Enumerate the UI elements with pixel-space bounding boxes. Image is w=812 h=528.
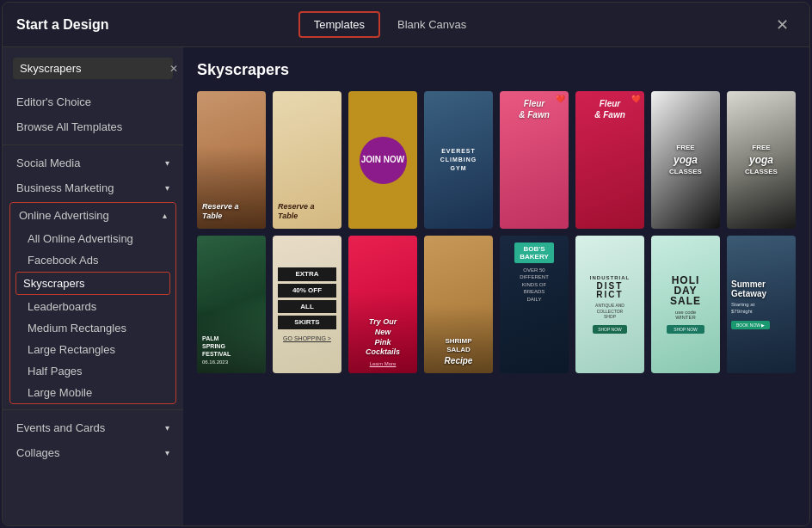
search-box: ✕ 🔍 [13, 58, 173, 79]
card-7-text: FREEyogaCLASSES [669, 143, 702, 176]
template-card-4[interactable]: EVERESTCLIMBINGGYM [424, 91, 493, 229]
card-16-title: SummerGetaway [731, 279, 766, 298]
template-card-11[interactable]: Try OurNewPinkCocktails Learn More [348, 236, 417, 373]
card-14-shop-button[interactable]: SHOP NOW [593, 325, 627, 334]
sidebar: ✕ 🔍 Editor's Choice Browse All Templates… [3, 47, 183, 525]
sidebar-category-events-and-cards[interactable]: Events and Cards ▾ [3, 415, 183, 440]
template-card-8[interactable]: FREEyogaCLASSES [727, 91, 796, 229]
template-card-3[interactable]: JOIN NOW [348, 91, 417, 229]
template-card-5[interactable]: Fleur& Fawn ❤️ [500, 91, 569, 229]
chevron-down-icon: ▾ [165, 448, 169, 457]
card-9-text: PALMSPRINGFESTIVAL06.16.2023 [202, 335, 231, 366]
sidebar-category-collages[interactable]: Collages ▾ [3, 440, 183, 465]
card-4-text: EVERESTCLIMBINGGYM [440, 147, 477, 172]
card-3-text: JOIN NOW [360, 137, 407, 184]
modal-title: Start a Design [16, 17, 292, 33]
search-input[interactable] [20, 62, 164, 75]
template-card-9[interactable]: PALMSPRINGFESTIVAL06.16.2023 [197, 236, 266, 373]
card-14-text-main: DISTRICT [596, 282, 623, 299]
sidebar-sub-all-online-advertising[interactable]: All Online Advertising [10, 228, 175, 249]
template-card-13[interactable]: BOB'SBAKERY OVER 50DIFFERENTKINDS OFBREA… [500, 236, 569, 373]
modal-body: ✕ 🔍 Editor's Choice Browse All Templates… [3, 47, 809, 525]
template-card-15[interactable]: HOLIDAYSALE use codeWINTER SHOP NOW [651, 236, 720, 373]
tab-templates[interactable]: Templates [298, 11, 380, 38]
card-12-text: SHRIMPSALADRecipe [445, 337, 473, 366]
card-10-link[interactable]: GO SHOPPING > [283, 335, 331, 341]
sidebar-item-browse-all[interactable]: Browse All Templates [3, 114, 183, 139]
chevron-down-icon: ▾ [165, 158, 169, 168]
template-card-12[interactable]: SHRIMPSALADRecipe [424, 236, 493, 373]
sidebar-sub-skyscrapers[interactable]: Skyscrapers [15, 272, 170, 295]
tab-blank-canvas[interactable]: Blank Canvas [384, 11, 480, 38]
card-6-text: Fleur& Fawn [594, 98, 625, 120]
section-title: Skyscrapers [197, 61, 796, 79]
template-card-6[interactable]: Fleur& Fawn ❤️ [575, 91, 644, 229]
card-15-text-code: use codeWINTER [675, 310, 696, 320]
chevron-down-icon: ▾ [165, 183, 169, 193]
card-10-text-4: SKIRTS [278, 316, 336, 329]
main-content: Skyscrapers Reserve a Table Reserve a Ta… [183, 47, 809, 525]
sidebar-category-social-media[interactable]: Social Media ▾ [3, 150, 183, 175]
template-grid-row1: Reserve a Table Reserve a Table JOIN NOW [197, 91, 796, 229]
card-15-shop-button[interactable]: SHOP NOW [667, 325, 704, 334]
card-10-text-2: 40% OFF [278, 284, 336, 298]
sidebar-sub-medium-rectangles[interactable]: Medium Rectangles [10, 317, 175, 339]
template-card-10[interactable]: EXTRA 40% OFF ALL SKIRTS GO SHOPPING > [273, 236, 341, 373]
card-16-sub: Starting at$79/night [731, 302, 754, 316]
card-2-text: Reserve a Table [278, 202, 336, 222]
card-14-text-sub: ANTIQUE ANDCOLLECTORSHOP [595, 303, 624, 320]
search-clear-button[interactable]: ✕ [169, 63, 178, 75]
sidebar-sub-large-rectangles[interactable]: Large Rectangles [10, 339, 175, 360]
card-13-text: OVER 50DIFFERENTKINDS OFBREADSDAILY [520, 267, 549, 303]
card-1-text: Reserve a Table [202, 202, 261, 222]
card-5-text: Fleur& Fawn [519, 98, 550, 120]
tab-group: Templates Blank Canvas [298, 11, 480, 38]
sidebar-sub-large-mobile[interactable]: Large Mobile [10, 382, 175, 403]
template-card-14[interactable]: INDUSTRIAL DISTRICT ANTIQUE ANDCOLLECTOR… [575, 236, 644, 373]
card-10-text-1: EXTRA [278, 267, 336, 281]
sidebar-sub-leaderboards[interactable]: Leaderboards [10, 296, 175, 317]
template-card-2[interactable]: Reserve a Table [273, 91, 341, 229]
template-card-7[interactable]: FREEyogaCLASSES [651, 91, 720, 229]
card-11-text: Try OurNewPinkCocktails [366, 317, 400, 358]
card-16-book-button[interactable]: BOOK NOW ▶ [731, 321, 770, 329]
modal-header: Start a Design Templates Blank Canvas ✕ [3, 3, 809, 47]
chevron-down-icon: ▾ [165, 423, 169, 433]
sidebar-item-editors-choice[interactable]: Editor's Choice [3, 89, 183, 114]
start-design-modal: Start a Design Templates Blank Canvas ✕ … [2, 2, 810, 526]
template-grid-row2: PALMSPRINGFESTIVAL06.16.2023 EXTRA 40% O… [197, 236, 796, 373]
card-11-link[interactable]: Learn More [370, 361, 397, 366]
online-advertising-section: Online Advertising ▴ All Online Advertis… [9, 202, 176, 404]
close-button[interactable]: ✕ [769, 12, 796, 38]
chevron-up-icon: ▴ [163, 211, 167, 220]
sidebar-sub-facebook-ads[interactable]: Facebook Ads [10, 249, 175, 271]
divider-2 [3, 409, 183, 410]
divider-1 [3, 144, 183, 145]
card-13-badge: BOB'SBAKERY [514, 243, 553, 263]
sidebar-category-business-marketing[interactable]: Business Marketing ▾ [3, 175, 183, 200]
sidebar-category-online-advertising[interactable]: Online Advertising ▴ [10, 203, 175, 228]
sidebar-sub-half-pages[interactable]: Half Pages [10, 360, 175, 382]
card-15-text-main: HOLIDAYSALE [670, 275, 701, 306]
card-8-text: FREEyogaCLASSES [745, 143, 778, 176]
template-card-1[interactable]: Reserve a Table [197, 91, 266, 229]
card-10-text-3: ALL [278, 300, 336, 314]
template-card-16[interactable]: SummerGetaway Starting at$79/night BOOK … [727, 236, 796, 373]
